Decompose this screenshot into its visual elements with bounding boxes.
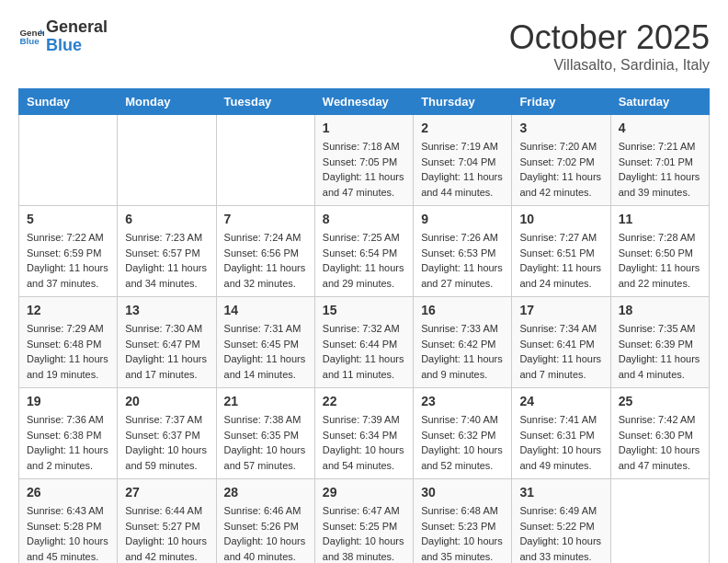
day-info: Sunrise: 7:36 AM Sunset: 6:38 PM Dayligh… — [27, 412, 109, 473]
calendar-cell — [216, 115, 314, 206]
calendar-cell: 9Sunrise: 7:26 AM Sunset: 6:53 PM Daylig… — [414, 206, 512, 297]
day-info: Sunrise: 6:47 AM Sunset: 5:25 PM Dayligh… — [323, 503, 405, 563]
day-number: 14 — [224, 303, 307, 317]
day-number: 4 — [619, 121, 701, 135]
calendar-cell: 21Sunrise: 7:38 AM Sunset: 6:35 PM Dayli… — [216, 388, 314, 479]
day-info: Sunrise: 7:23 AM Sunset: 6:57 PM Dayligh… — [125, 230, 208, 291]
logo-line2: Blue — [46, 37, 108, 55]
month-title: October 2025 — [509, 18, 710, 57]
day-info: Sunrise: 7:30 AM Sunset: 6:47 PM Dayligh… — [125, 321, 208, 382]
calendar-cell: 31Sunrise: 6:49 AM Sunset: 5:22 PM Dayli… — [512, 479, 610, 564]
day-number: 12 — [27, 303, 109, 317]
day-info: Sunrise: 7:32 AM Sunset: 6:44 PM Dayligh… — [323, 321, 405, 382]
day-info: Sunrise: 6:48 AM Sunset: 5:23 PM Dayligh… — [421, 503, 504, 563]
day-number: 29 — [323, 485, 405, 500]
day-number: 7 — [224, 212, 307, 226]
svg-text:Blue: Blue — [19, 36, 40, 46]
calendar-cell: 18Sunrise: 7:35 AM Sunset: 6:39 PM Dayli… — [610, 297, 709, 388]
calendar-cell: 28Sunrise: 6:46 AM Sunset: 5:26 PM Dayli… — [216, 479, 314, 564]
day-info: Sunrise: 7:21 AM Sunset: 7:01 PM Dayligh… — [619, 139, 701, 200]
calendar-cell: 25Sunrise: 7:42 AM Sunset: 6:30 PM Dayli… — [610, 388, 709, 479]
day-info: Sunrise: 7:22 AM Sunset: 6:59 PM Dayligh… — [27, 230, 109, 291]
day-number: 10 — [519, 212, 602, 226]
day-info: Sunrise: 6:49 AM Sunset: 5:22 PM Dayligh… — [519, 503, 602, 563]
day-number: 19 — [27, 394, 109, 408]
calendar-cell — [610, 479, 709, 564]
calendar-cell: 22Sunrise: 7:39 AM Sunset: 6:34 PM Dayli… — [314, 388, 413, 479]
day-number: 15 — [323, 303, 405, 317]
day-info: Sunrise: 7:26 AM Sunset: 6:53 PM Dayligh… — [421, 230, 504, 291]
day-number: 27 — [125, 485, 208, 500]
calendar-cell: 13Sunrise: 7:30 AM Sunset: 6:47 PM Dayli… — [118, 297, 216, 388]
calendar-cell: 6Sunrise: 7:23 AM Sunset: 6:57 PM Daylig… — [118, 206, 216, 297]
day-number: 3 — [519, 121, 602, 135]
calendar-cell: 14Sunrise: 7:31 AM Sunset: 6:45 PM Dayli… — [216, 297, 314, 388]
calendar-cell: 26Sunrise: 6:43 AM Sunset: 5:28 PM Dayli… — [19, 479, 118, 564]
calendar-cell: 19Sunrise: 7:36 AM Sunset: 6:38 PM Dayli… — [19, 388, 118, 479]
calendar-cell: 24Sunrise: 7:41 AM Sunset: 6:31 PM Dayli… — [512, 388, 610, 479]
calendar-cell: 7Sunrise: 7:24 AM Sunset: 6:56 PM Daylig… — [216, 206, 314, 297]
day-info: Sunrise: 6:43 AM Sunset: 5:28 PM Dayligh… — [27, 503, 109, 563]
calendar-cell: 10Sunrise: 7:27 AM Sunset: 6:51 PM Dayli… — [512, 206, 610, 297]
calendar-cell: 27Sunrise: 6:44 AM Sunset: 5:27 PM Dayli… — [118, 479, 216, 564]
title-block: October 2025 Villasalto, Sardinia, Italy — [509, 18, 710, 74]
day-number: 23 — [421, 394, 504, 408]
day-info: Sunrise: 7:27 AM Sunset: 6:51 PM Dayligh… — [519, 230, 602, 291]
day-info: Sunrise: 7:38 AM Sunset: 6:35 PM Dayligh… — [224, 412, 307, 473]
day-info: Sunrise: 7:37 AM Sunset: 6:37 PM Dayligh… — [125, 412, 208, 473]
col-header-tuesday: Tuesday — [216, 89, 314, 115]
day-number: 28 — [224, 485, 307, 500]
page-header: General Blue General Blue October 2025 V… — [18, 18, 710, 74]
calendar-table: SundayMondayTuesdayWednesdayThursdayFrid… — [18, 88, 710, 563]
calendar-cell: 3Sunrise: 7:20 AM Sunset: 7:02 PM Daylig… — [512, 115, 610, 206]
day-number: 18 — [619, 303, 701, 317]
day-info: Sunrise: 7:29 AM Sunset: 6:48 PM Dayligh… — [27, 321, 109, 382]
day-number: 8 — [323, 212, 405, 226]
day-info: Sunrise: 7:19 AM Sunset: 7:04 PM Dayligh… — [421, 139, 504, 200]
day-number: 1 — [323, 121, 405, 135]
day-info: Sunrise: 7:18 AM Sunset: 7:05 PM Dayligh… — [323, 139, 405, 200]
day-info: Sunrise: 7:42 AM Sunset: 6:30 PM Dayligh… — [619, 412, 701, 473]
day-info: Sunrise: 7:35 AM Sunset: 6:39 PM Dayligh… — [619, 321, 701, 382]
location-subtitle: Villasalto, Sardinia, Italy — [509, 57, 710, 74]
col-header-sunday: Sunday — [19, 89, 118, 115]
logo: General Blue General Blue — [18, 18, 108, 55]
day-number: 9 — [421, 212, 504, 226]
day-number: 26 — [27, 485, 109, 500]
day-info: Sunrise: 7:24 AM Sunset: 6:56 PM Dayligh… — [224, 230, 307, 291]
logo-icon: General Blue — [18, 24, 44, 50]
day-info: Sunrise: 7:41 AM Sunset: 6:31 PM Dayligh… — [519, 412, 602, 473]
calendar-cell: 16Sunrise: 7:33 AM Sunset: 6:42 PM Dayli… — [414, 297, 512, 388]
day-number: 11 — [619, 212, 701, 226]
day-number: 16 — [421, 303, 504, 317]
day-info: Sunrise: 6:46 AM Sunset: 5:26 PM Dayligh… — [224, 503, 307, 563]
calendar-cell: 2Sunrise: 7:19 AM Sunset: 7:04 PM Daylig… — [414, 115, 512, 206]
day-number: 2 — [421, 121, 504, 135]
day-number: 20 — [125, 394, 208, 408]
day-info: Sunrise: 7:34 AM Sunset: 6:41 PM Dayligh… — [519, 321, 602, 382]
day-info: Sunrise: 7:25 AM Sunset: 6:54 PM Dayligh… — [323, 230, 405, 291]
calendar-cell: 15Sunrise: 7:32 AM Sunset: 6:44 PM Dayli… — [314, 297, 413, 388]
calendar-cell: 1Sunrise: 7:18 AM Sunset: 7:05 PM Daylig… — [314, 115, 413, 206]
day-number: 22 — [323, 394, 405, 408]
day-number: 24 — [519, 394, 602, 408]
day-number: 30 — [421, 485, 504, 500]
day-number: 13 — [125, 303, 208, 317]
day-info: Sunrise: 7:20 AM Sunset: 7:02 PM Dayligh… — [519, 139, 602, 200]
day-number: 21 — [224, 394, 307, 408]
day-info: Sunrise: 7:39 AM Sunset: 6:34 PM Dayligh… — [323, 412, 405, 473]
day-number: 25 — [619, 394, 701, 408]
day-info: Sunrise: 6:44 AM Sunset: 5:27 PM Dayligh… — [125, 503, 208, 563]
col-header-friday: Friday — [512, 89, 610, 115]
day-number: 31 — [519, 485, 602, 500]
col-header-saturday: Saturday — [610, 89, 709, 115]
day-number: 17 — [519, 303, 602, 317]
calendar-cell: 29Sunrise: 6:47 AM Sunset: 5:25 PM Dayli… — [314, 479, 413, 564]
day-info: Sunrise: 7:31 AM Sunset: 6:45 PM Dayligh… — [224, 321, 307, 382]
calendar-cell: 4Sunrise: 7:21 AM Sunset: 7:01 PM Daylig… — [610, 115, 709, 206]
col-header-thursday: Thursday — [414, 89, 512, 115]
day-info: Sunrise: 7:40 AM Sunset: 6:32 PM Dayligh… — [421, 412, 504, 473]
day-info: Sunrise: 7:28 AM Sunset: 6:50 PM Dayligh… — [619, 230, 701, 291]
col-header-monday: Monday — [118, 89, 216, 115]
day-number: 5 — [27, 212, 109, 226]
